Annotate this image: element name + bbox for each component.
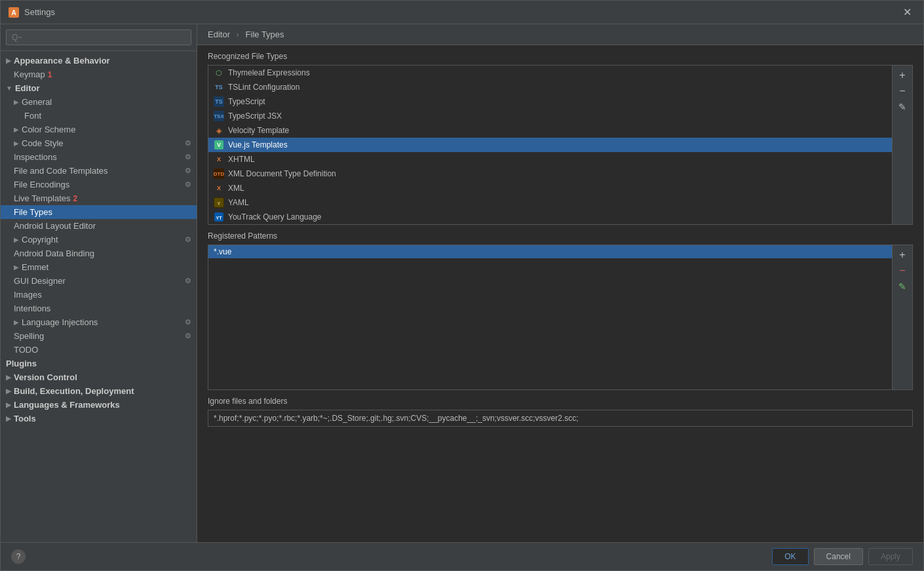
ignore-section: Ignore files and folders [197,390,923,433]
sidebar-item-intentions[interactable]: Intentions [1,302,197,315]
pattern-item-label: *.vue [214,247,231,256]
list-item-label: YAML [228,198,249,207]
sidebar-item-language-injections[interactable]: ▶ Language Injections ⚙ [1,315,197,329]
patterns-actions: + − ✎ [892,245,912,389]
search-input[interactable] [6,30,191,45]
sidebar-item-label: TODO [14,345,38,355]
sidebar-item-label: File Encodings [14,180,69,189]
sidebar-item-color-scheme[interactable]: ▶ Color Scheme [1,123,197,136]
sidebar-item-emmet[interactable]: ▶ Emmet [1,260,197,274]
list-item[interactable]: X XHTML [208,152,892,167]
sidebar-item-appearance[interactable]: ▶ Appearance & Behavior [1,54,197,68]
sidebar-item-code-style[interactable]: ▶ Code Style ⚙ [1,136,197,150]
sidebar-item-label: GUI Designer [14,276,66,286]
breadcrumb: Editor › File Types [197,24,923,45]
sidebar: ▶ Appearance & Behavior Keymap 1 ▼ Edito… [1,24,197,542]
breadcrumb-separator: › [237,30,239,39]
add-pattern-button[interactable]: + [895,248,910,262]
list-item[interactable]: TS TypeScript [208,94,892,109]
file-type-icon: Y [214,197,224,208]
remove-pattern-button[interactable]: − [895,264,910,278]
sidebar-item-android-data-binding[interactable]: Android Data Binding [1,246,197,260]
ok-button[interactable]: OK [772,548,808,565]
sidebar-item-font[interactable]: Font [1,109,197,123]
sidebar-item-label: Inspections [14,152,57,162]
sidebar-item-label: Tools [14,414,36,423]
sidebar-item-file-types[interactable]: File Types [1,205,197,219]
list-item[interactable]: TSX TypeScript JSX [208,109,892,123]
svg-text:Y: Y [217,201,221,207]
list-item[interactable]: DTD XML Document Type Definition [208,167,892,181]
sidebar-item-label: Languages & Frameworks [14,400,120,410]
dialog-body: ▶ Appearance & Behavior Keymap 1 ▼ Edito… [1,24,923,542]
list-item[interactable]: X XML [208,181,892,195]
sidebar-item-tools[interactable]: ▶ Tools [1,412,197,425]
remove-file-type-button[interactable]: − [895,84,910,98]
chevron-down-icon: ▼ [6,85,12,92]
file-types-list-container: ⬡ Thymeleaf Expressions TS TSLint Config… [208,65,913,225]
list-item[interactable]: TS TSLint Configuration [208,80,892,94]
sidebar-item-label: Android Layout Editor [14,221,96,231]
sidebar-item-file-code-templates[interactable]: File and Code Templates ⚙ [1,164,197,178]
pattern-item[interactable]: *.vue [208,245,892,258]
dialog-title: Settings [24,7,899,17]
list-item[interactable]: Y YAML [208,195,892,210]
ignore-section-label: Ignore files and folders [208,397,913,406]
chevron-right-icon: ▶ [14,264,19,271]
sidebar-item-label: Emmet [22,262,48,272]
chevron-right-icon: ▶ [14,140,19,147]
close-button[interactable]: ✕ [899,5,915,20]
sidebar-item-label: Color Scheme [22,125,75,134]
edit-file-type-button[interactable]: ✎ [895,100,910,114]
title-bar: A Settings ✕ [1,1,923,24]
sidebar-item-editor[interactable]: ▼ Editor [1,81,197,95]
add-file-type-button[interactable]: + [895,68,910,83]
nav-tree: ▶ Appearance & Behavior Keymap 1 ▼ Edito… [1,51,197,542]
cancel-button[interactable]: Cancel [814,548,863,565]
sidebar-item-keymap[interactable]: Keymap 1 [1,68,197,81]
sidebar-item-gui-designer[interactable]: GUI Designer ⚙ [1,274,197,288]
file-type-icon: TS [214,82,224,92]
sidebar-item-label: Version Control [14,372,77,382]
settings-badge: ⚙ [185,332,191,340]
file-type-icon: TS [214,96,224,107]
sidebar-item-spelling[interactable]: Spelling ⚙ [1,329,197,343]
sidebar-item-copyright[interactable]: ▶ Copyright ⚙ [1,233,197,246]
settings-dialog: A Settings ✕ ▶ Appearance & Behavior Key… [0,0,924,571]
file-types-list[interactable]: ⬡ Thymeleaf Expressions TS TSLint Config… [208,66,892,224]
settings-badge: ⚙ [185,277,191,285]
sidebar-item-plugins[interactable]: Plugins [1,357,197,370]
list-item[interactable]: ⬡ Thymeleaf Expressions [208,66,892,80]
sidebar-item-label: General [22,97,52,107]
help-button[interactable]: ? [11,549,26,564]
chevron-right-icon: ▶ [14,126,19,133]
patterns-list[interactable]: *.vue [208,245,892,389]
edit-pattern-button[interactable]: ✎ [895,279,910,294]
chevron-right-icon: ▶ [14,98,19,106]
patterns-section: Registered Patterns *.vue + − ✎ [197,225,923,390]
list-item[interactable]: ◈ Velocity Template [208,123,892,138]
sidebar-item-general[interactable]: ▶ General [1,95,197,109]
sidebar-item-images[interactable]: Images [1,288,197,302]
sidebar-item-todo[interactable]: TODO [1,343,197,357]
sidebar-item-label: Editor [15,83,40,93]
search-box [1,24,197,51]
sidebar-item-version-control[interactable]: ▶ Version Control [1,370,197,384]
sidebar-item-build-execution[interactable]: ▶ Build, Execution, Deployment [1,384,197,398]
list-item-vuejs[interactable]: V Vue.js Templates [208,138,892,152]
list-item-label: Velocity Template [228,126,289,135]
ignore-files-input[interactable] [208,410,913,427]
sidebar-item-file-encodings[interactable]: File Encodings ⚙ [1,178,197,191]
sidebar-item-label: Font [24,111,41,121]
sidebar-item-inspections[interactable]: Inspections ⚙ [1,150,197,164]
settings-badge: ⚙ [185,180,191,189]
sidebar-item-live-templates[interactable]: Live Templates 2 [1,191,197,205]
recognized-section-label: Recognized File Types [197,45,923,65]
sidebar-item-languages-frameworks[interactable]: ▶ Languages & Frameworks [1,398,197,412]
list-item-label: YouTrack Query Language [228,212,322,222]
apply-button[interactable]: Apply [868,548,913,565]
sidebar-item-android-layout[interactable]: Android Layout Editor [1,219,197,233]
breadcrumb-file-types: File Types [246,30,284,39]
sidebar-item-label: Live Templates [14,193,70,203]
list-item[interactable]: YT YouTrack Query Language [208,210,892,224]
